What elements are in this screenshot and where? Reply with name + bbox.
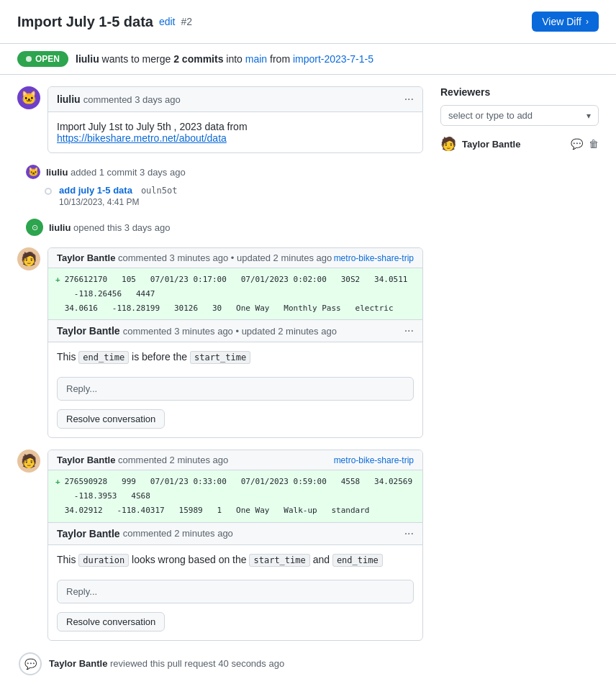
thread-2-file-link[interactable]: metro-bike-share-trip	[334, 455, 414, 465]
thread-1-code-2: start_time	[190, 351, 250, 364]
diff-row-4: 34.02912 -118.40317 15989 1 One Way Walk…	[55, 503, 415, 518]
thread-1-resolve-button[interactable]: Resolve conversation	[57, 409, 165, 429]
thread-1-author: Taylor Bantle	[57, 252, 115, 263]
open-badge-text: OPEN	[35, 54, 60, 64]
review-event-time: 40 seconds ago	[218, 658, 284, 669]
thread-2-author: Taylor Bantle	[57, 455, 115, 465]
commit-hash: ouln5ot	[141, 186, 178, 196]
thread-2: 🧑 Taylor Bantle commented 2 minutes ago …	[17, 450, 423, 640]
thread-1-more-button[interactable]: ···	[404, 324, 414, 337]
thread-1-meta: Taylor Bantle commented 3 minutes ago • …	[57, 252, 332, 263]
thread-2-header: Taylor Bantle commented 2 minutes ago me…	[48, 450, 422, 470]
thread-2-code-1: duration	[78, 554, 129, 567]
edit-link[interactable]: edit	[159, 16, 176, 27]
commit-info: add july 1-5 data ouln5ot 10/13/2023, 4:…	[59, 185, 177, 207]
page-title: Import July 1-5 data	[17, 14, 153, 30]
chevron-right-icon: ›	[586, 17, 589, 27]
thread-2-comment-time: commented 2 minutes ago	[123, 528, 233, 539]
commit-dot	[45, 188, 52, 195]
timeline: 🐱 liuliu commented 3 days ago ··· Import…	[17, 86, 423, 684]
thread-1-header: Taylor Bantle commented 3 minutes ago • …	[48, 248, 422, 268]
open-icon: ⊙	[32, 223, 38, 232]
thread-1: 🧑 Taylor Bantle commented 3 minutes ago …	[17, 247, 423, 438]
reviewer-delete-icon[interactable]: 🗑	[589, 138, 599, 150]
comment-link[interactable]: https://bikeshare.metro.net/about/data	[57, 132, 227, 144]
timeline-item: 🐱 liuliu commented 3 days ago ··· Import…	[17, 86, 423, 153]
reviewer-avatar: 🧑	[440, 136, 456, 152]
thread-2-comment-body: This duration looks wrong based on the s…	[48, 545, 422, 574]
thread-2-meta: Taylor Bantle commented 2 minutes ago	[57, 455, 228, 465]
comment-text: Import July 1st to July 5th , 2023 data …	[57, 121, 248, 132]
sidebar: Reviewers select or type to add ▾ 🧑 Tayl…	[440, 86, 599, 166]
comment-more-button[interactable]: ···	[404, 93, 414, 106]
thread-2-reply-input[interactable]: Reply...	[57, 580, 414, 603]
reviewers-title: Reviewers	[440, 86, 599, 98]
comment-author: liuliu	[57, 94, 81, 105]
reviewer-name: Taylor Bantle	[462, 139, 565, 150]
thread-1-reply-input[interactable]: Reply...	[57, 377, 414, 401]
thread-2-more-button[interactable]: ···	[404, 527, 414, 540]
diff-row-2: 34.0616 -118.28199 30126 30 One Way Mont…	[55, 301, 415, 316]
comment-box: liuliu commented 3 days ago ··· Import J…	[47, 86, 423, 153]
pr-author: liuliu	[76, 53, 99, 65]
thread-1-comment-author: Taylor Bantle	[57, 325, 120, 337]
commit-message[interactable]: add july 1-5 data	[59, 185, 132, 196]
thread-2-resolve-button[interactable]: Resolve conversation	[57, 612, 165, 631]
reviewers-section: Reviewers select or type to add ▾ 🧑 Tayl…	[440, 86, 599, 155]
thread-1-comment-time: commented 3 minutes ago • updated 2 minu…	[123, 326, 337, 337]
review-event-item: 💬 Taylor Bantle reviewed this pull reque…	[17, 652, 423, 675]
thread-2-code-2: start_time	[249, 554, 309, 567]
pr-meta: liuliu wants to merge 2 commits into mai…	[76, 53, 373, 65]
thread-1-diff: + 276612170 105 07/01/23 0:17:00 07/01/2…	[48, 268, 422, 320]
view-diff-button[interactable]: View Diff ›	[532, 12, 599, 32]
open-event-text: liuliu opened this 3 days ago	[49, 222, 170, 233]
review-event-author: Taylor Bantle	[49, 658, 107, 669]
thread-2-code-3: end_time	[332, 554, 383, 567]
comment-header: liuliu commented 3 days ago ···	[48, 87, 422, 112]
open-event-author: liuliu	[49, 222, 71, 233]
pr-status-bar: OPEN liuliu wants to merge 2 commits int…	[0, 44, 616, 75]
diff-row-1: + 276612170 105 07/01/23 0:17:00 07/01/2…	[55, 273, 415, 301]
pr-commit-count: 2 commits	[173, 53, 223, 65]
thread-2-diff: + 276590928 999 07/01/23 0:33:00 07/01/2…	[48, 470, 422, 522]
pr-target-branch[interactable]: main	[245, 53, 267, 65]
open-event-item: ⊙ liuliu opened this 3 days ago	[17, 219, 423, 236]
thread-1-comment-header: Taylor Bantle commented 3 minutes ago • …	[48, 320, 422, 342]
reviewer-item: 🧑 Taylor Bantle 💬 🗑	[440, 133, 599, 155]
view-diff-label: View Diff	[542, 16, 581, 27]
commit-event-author: liuliu	[46, 167, 68, 178]
thread-2-box: Taylor Bantle commented 2 minutes ago me…	[47, 450, 423, 640]
chevron-down-icon: ▾	[586, 111, 591, 121]
commit-row: add july 1-5 data ouln5ot 10/13/2023, 4:…	[17, 185, 423, 207]
reviewer-chat-icon[interactable]: 💬	[571, 138, 583, 150]
commit-date: 10/13/2023, 4:41 PM	[59, 197, 177, 207]
pr-number: #2	[181, 16, 193, 27]
diff-plus-icon-2: +	[55, 475, 60, 489]
open-badge: OPEN	[17, 51, 68, 67]
diff-row-3: + 276590928 999 07/01/23 0:33:00 07/01/2…	[55, 475, 415, 503]
commit-event-text: liuliu added 1 commit 3 days ago	[46, 167, 186, 178]
thread-2-comment-header: Taylor Bantle commented 2 minutes ago ··…	[48, 523, 422, 545]
avatar: 🐱	[17, 86, 40, 109]
thread-1-comment-body: This end_time is before the start_time	[48, 342, 422, 371]
diff-plus-icon: +	[55, 273, 60, 287]
reviewer-select-button[interactable]: select or type to add ▾	[440, 105, 599, 126]
review-event-icon: 💬	[19, 652, 42, 675]
pr-source-branch[interactable]: import-2023-7-1-5	[293, 53, 373, 65]
review-event-text: Taylor Bantle reviewed this pull request…	[49, 658, 284, 669]
thread-1-box: Taylor Bantle commented 3 minutes ago • …	[47, 247, 423, 438]
page-header: Import July 1-5 data edit #2 View Diff ›	[0, 0, 616, 44]
reviewer-select-placeholder: select or type to add	[448, 110, 533, 121]
comment-body: Import July 1st to July 5th , 2023 data …	[48, 112, 422, 152]
open-event-icon: ⊙	[26, 219, 43, 236]
thread-2-comment-author: Taylor Bantle	[57, 528, 120, 539]
thread-1-avatar: 🧑	[17, 247, 40, 270]
commit-event-avatar: 🐱	[26, 165, 40, 179]
commit-event-item: 🐱 liuliu added 1 commit 3 days ago	[17, 165, 423, 179]
comment-time: commented 3 days ago	[83, 94, 181, 105]
open-dot	[26, 56, 32, 62]
thread-2-avatar: 🧑	[17, 450, 40, 473]
thread-1-code-1: end_time	[78, 351, 129, 364]
thread-1-file-link[interactable]: metro-bike-share-trip	[334, 253, 414, 263]
